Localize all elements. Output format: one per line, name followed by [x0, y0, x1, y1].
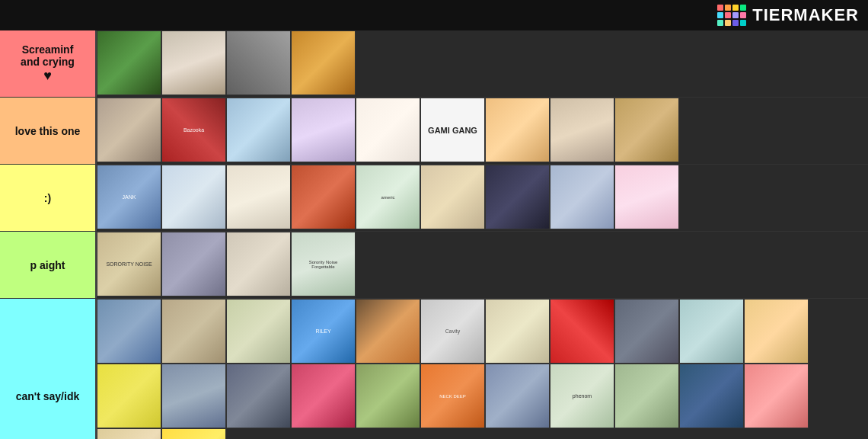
album-item[interactable] — [550, 98, 614, 162]
album-item[interactable] — [485, 165, 550, 229]
album-item[interactable]: JANK — [97, 165, 161, 229]
album-item[interactable] — [744, 299, 809, 364]
album-item[interactable] — [97, 30, 161, 95]
album-item[interactable] — [161, 232, 226, 296]
tier-row-c: p aight SORORITY NOISE Sorority NoiseFor… — [0, 232, 868, 299]
album-item[interactable] — [614, 165, 679, 229]
tier-images-b: JANK americ — [95, 165, 868, 231]
logo-cell — [732, 5, 739, 11]
logo-cell — [725, 5, 731, 11]
logo-cell — [717, 20, 723, 26]
tier-label-text-c: p aight — [30, 259, 65, 271]
album-item[interactable] — [291, 364, 356, 428]
album-item[interactable] — [485, 299, 550, 364]
album-item[interactable] — [356, 364, 420, 428]
tier-label-a: love this one — [0, 98, 95, 164]
album-item[interactable] — [356, 98, 420, 162]
album-item[interactable] — [226, 30, 291, 95]
logo-text: TiERMAKER — [752, 5, 859, 25]
tiermaker-app: TiERMAKER Screaminfand crying ♥ love thi… — [0, 0, 868, 439]
album-item[interactable] — [226, 98, 291, 162]
tier-label-text-s: Screaminfand crying — [21, 43, 75, 68]
header: TiERMAKER — [0, 0, 868, 30]
album-item[interactable] — [97, 299, 161, 364]
tier-label-c: p aight — [0, 232, 95, 298]
logo-cell — [740, 20, 746, 26]
tier-images-s — [95, 30, 868, 97]
album-item[interactable] — [485, 364, 550, 428]
album-item[interactable] — [226, 165, 291, 229]
album-item[interactable] — [550, 299, 614, 364]
logo-cell — [740, 12, 746, 18]
logo: TiERMAKER — [717, 5, 859, 26]
heart-icon-s: ♥ — [43, 68, 52, 84]
tier-images-c: SORORITY NOISE Sorority NoiseForgettable — [95, 232, 868, 298]
tier-row-a: love this one Bazooka GAMI GANG — [0, 98, 868, 165]
tier-label-text-a: love this one — [15, 125, 81, 137]
tier-label-s: Screaminfand crying ♥ — [0, 30, 95, 97]
album-item[interactable] — [550, 165, 614, 229]
album-item[interactable]: Cavity — [420, 299, 485, 364]
album-item[interactable] — [356, 299, 420, 364]
album-item[interactable]: Bazooka — [161, 98, 226, 162]
album-item[interactable] — [226, 364, 291, 428]
album-item[interactable] — [744, 364, 809, 428]
album-item[interactable]: phenom — [550, 364, 614, 428]
album-item[interactable] — [420, 165, 485, 229]
tier-row-d: can't say/idk RILEY Cavity — [0, 299, 868, 439]
album-item[interactable] — [161, 299, 226, 364]
logo-grid — [717, 5, 746, 26]
album-item[interactable]: RILEY — [291, 299, 356, 364]
album-item[interactable] — [226, 299, 291, 364]
tier-images-d: RILEY Cavity NECK DEEP phenom — [95, 299, 868, 439]
album-item[interactable] — [614, 364, 679, 428]
album-item[interactable] — [291, 165, 356, 229]
tiers-area: Screaminfand crying ♥ love this one Bazo… — [0, 30, 868, 439]
album-item[interactable]: SORORITY NOISE — [97, 232, 161, 296]
album-item[interactable] — [614, 98, 679, 162]
tier-label-b: :) — [0, 165, 95, 231]
album-item[interactable] — [161, 428, 226, 439]
album-item[interactable] — [161, 165, 226, 229]
tier-row-b: :) JANK americ — [0, 165, 868, 232]
album-item[interactable] — [161, 364, 226, 428]
album-item[interactable] — [97, 98, 161, 162]
album-item[interactable] — [291, 98, 356, 162]
album-item[interactable] — [161, 30, 226, 95]
album-item[interactable] — [97, 428, 161, 439]
tier-row-s: Screaminfand crying ♥ — [0, 30, 868, 98]
album-item[interactable]: NECK DEEP — [420, 364, 485, 428]
album-item[interactable]: americ — [356, 165, 420, 229]
album-item[interactable] — [226, 232, 291, 296]
tier-label-d: can't say/idk — [0, 299, 95, 439]
album-item[interactable]: GAMI GANG — [420, 98, 485, 162]
album-item[interactable] — [614, 299, 679, 364]
album-item[interactable] — [679, 364, 744, 428]
logo-cell — [740, 5, 746, 11]
album-item[interactable] — [291, 30, 356, 95]
logo-cell — [732, 12, 739, 18]
logo-cell — [732, 20, 739, 26]
logo-cell — [717, 12, 723, 18]
logo-cell — [717, 5, 723, 11]
album-item[interactable] — [97, 364, 161, 428]
album-item[interactable]: Sorority NoiseForgettable — [291, 232, 356, 296]
album-item[interactable] — [485, 98, 550, 162]
tier-label-text-b: :) — [44, 192, 51, 204]
tier-label-text-d: can't say/idk — [16, 390, 79, 402]
logo-cell — [725, 12, 731, 18]
logo-cell — [725, 20, 731, 26]
tier-images-a: Bazooka GAMI GANG — [95, 98, 868, 164]
album-item[interactable] — [679, 299, 744, 364]
